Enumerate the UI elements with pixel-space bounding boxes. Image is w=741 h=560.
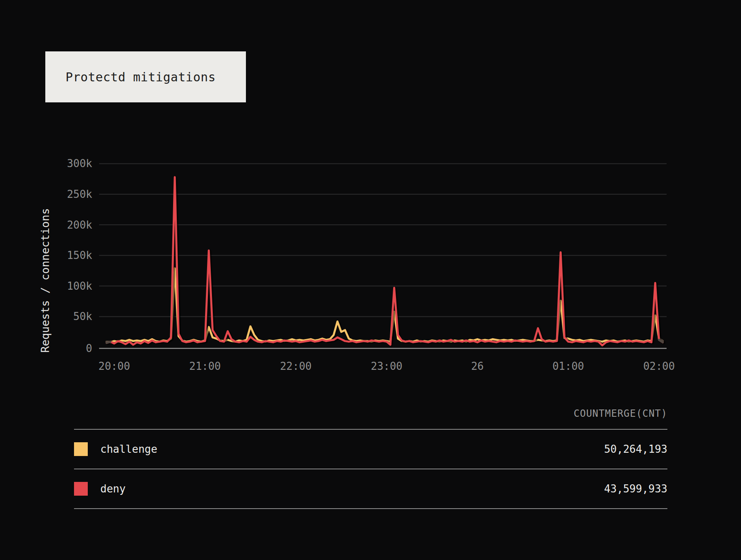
legend-table: COUNTMERGE(CNT) challenge 50,264,193 den…: [74, 408, 667, 509]
challenge-line-shadow: [108, 269, 664, 343]
y-tick-label: 200k: [67, 219, 92, 231]
y-tick-label: 100k: [67, 280, 92, 292]
y-tick-label: 250k: [67, 188, 92, 200]
legend-value: 50,264,193: [604, 443, 667, 455]
y-tick-label: 300k: [67, 157, 92, 170]
legend-label: deny: [100, 483, 126, 495]
deny-line-endcap: [107, 342, 110, 343]
y-tick-label: 0: [86, 342, 92, 354]
x-tick-label: 20:00: [98, 360, 130, 372]
legend-header-row: COUNTMERGE(CNT): [74, 408, 667, 429]
legend-column-header: COUNTMERGE(CNT): [574, 408, 667, 419]
legend-row-deny[interactable]: deny 43,599,933: [74, 469, 667, 508]
y-tick-label: 150k: [67, 249, 92, 261]
x-tick-label: 21:00: [189, 360, 221, 372]
deny-line-shadow: [108, 178, 664, 346]
x-tick-label: 23:00: [371, 360, 402, 372]
x-tick-label: 26: [471, 360, 484, 372]
deny-swatch: [74, 482, 88, 496]
legend-value: 43,599,933: [604, 483, 667, 495]
x-tick-label: 02:00: [643, 360, 675, 372]
challenge-line[interactable]: [107, 268, 663, 342]
deny-line[interactable]: [107, 177, 663, 346]
mitigations-timeseries-chart[interactable]: 050k100k150k200k250k300k20:0021:0022:002…: [0, 0, 741, 388]
x-tick-label: 22:00: [280, 360, 311, 372]
challenge-swatch: [74, 442, 88, 456]
x-tick-label: 01:00: [553, 360, 584, 372]
legend-label: challenge: [100, 443, 157, 455]
y-tick-label: 50k: [73, 310, 92, 322]
legend-divider: [74, 508, 667, 509]
legend-row-challenge[interactable]: challenge 50,264,193: [74, 430, 667, 469]
